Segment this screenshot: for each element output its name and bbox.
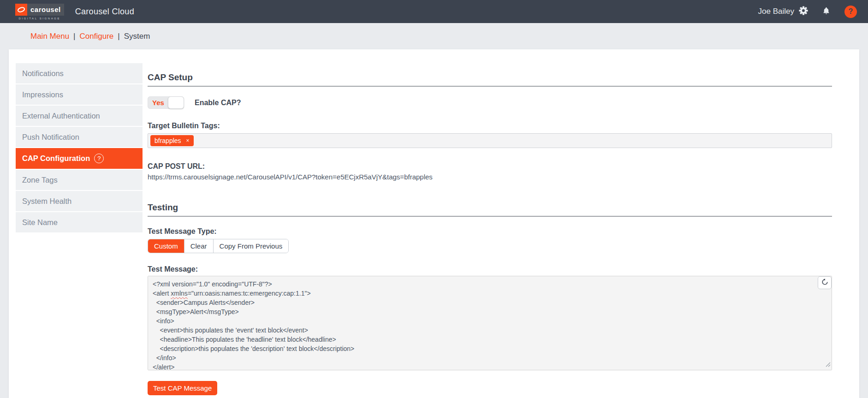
bell-icon: [822, 6, 831, 17]
help-circle-icon[interactable]: ?: [94, 154, 104, 163]
settings-card: Notifications Impressions External Authe…: [9, 49, 859, 398]
sidebar-item-external-authentication[interactable]: External Authentication: [16, 106, 143, 126]
settings-button[interactable]: [799, 6, 808, 17]
logo-wordmark: carousel: [27, 4, 64, 16]
toggle-knob[interactable]: [168, 96, 184, 109]
sidebar-item-label: Notifications: [22, 69, 64, 78]
breadcrumb-configure[interactable]: Configure: [80, 32, 114, 41]
tag-chip: bfrapples ×: [150, 135, 194, 146]
app-title: Carousel Cloud: [75, 7, 134, 17]
enable-cap-label: Enable CAP?: [195, 98, 241, 107]
notifications-button[interactable]: [822, 6, 831, 17]
help-button[interactable]: ?: [844, 6, 857, 18]
target-bulletin-tags-input[interactable]: bfrapples ×: [148, 133, 832, 148]
carousel-swirl-icon: [15, 4, 27, 16]
sidebar-item-push-notification[interactable]: Push Notification: [16, 127, 143, 147]
remove-tag-icon[interactable]: ×: [186, 137, 190, 144]
test-message-type-label: Test Message Type:: [148, 227, 832, 236]
sidebar-item-label: System Health: [22, 197, 71, 206]
test-type-custom-button[interactable]: Custom: [148, 239, 184, 253]
sidebar-item-impressions[interactable]: Impressions: [16, 84, 143, 105]
cap-post-url-label: CAP POST URL:: [148, 162, 832, 171]
breadcrumb: Main Menu | Configure | System: [30, 32, 150, 41]
test-message-input[interactable]: <?xml version="1.0" encoding="UTF-8"?> <…: [148, 276, 832, 370]
cap-post-url-value: https://trms.carouselsignage.net/Carouse…: [148, 173, 832, 181]
breadcrumb-separator: |: [118, 32, 119, 41]
page: carousel DIGITAL SIGNAGE Carousel Cloud …: [0, 0, 868, 398]
carousel-logo[interactable]: carousel DIGITAL SIGNAGE: [15, 4, 64, 20]
test-cap-message-button[interactable]: Test CAP Message: [148, 381, 217, 395]
target-bulletin-tags-label: Target Bulletin Tags:: [148, 121, 832, 130]
sidebar-item-site-name[interactable]: Site Name: [16, 212, 143, 232]
sidebar-item-label: Site Name: [22, 218, 58, 227]
top-header-bar: carousel DIGITAL SIGNAGE Carousel Cloud …: [0, 0, 868, 23]
undo-icon: [821, 279, 828, 287]
logo-tagline: DIGITAL SIGNAGE: [15, 17, 64, 20]
test-type-clear-button[interactable]: Clear: [184, 239, 214, 253]
test-message-type-group: Custom Clear Copy From Previous: [148, 239, 289, 253]
cap-setup-title: CAP Setup: [148, 72, 832, 87]
breadcrumb-bar: Main Menu | Configure | System: [0, 23, 868, 49]
breadcrumb-main-menu[interactable]: Main Menu: [30, 32, 69, 41]
sidebar-item-zone-tags[interactable]: Zone Tags: [16, 170, 143, 190]
sidebar-item-label: Push Notification: [22, 133, 79, 142]
sidebar-item-notifications[interactable]: Notifications: [16, 63, 143, 83]
tag-chip-label: bfrapples: [155, 137, 181, 144]
test-type-copy-from-previous-button[interactable]: Copy From Previous: [214, 239, 289, 253]
test-message-text: <?xml version="1.0" encoding="UTF-8"?> <…: [153, 280, 354, 370]
sidebar-item-cap-configuration[interactable]: CAP Configuration ?: [16, 148, 143, 169]
breadcrumb-separator: |: [73, 32, 75, 41]
testing-title: Testing: [148, 202, 832, 217]
gear-icon: [799, 6, 808, 17]
settings-sidebar: Notifications Impressions External Authe…: [16, 63, 143, 233]
enable-cap-toggle[interactable]: Yes: [148, 96, 184, 109]
resize-handle-icon[interactable]: [826, 361, 831, 369]
sidebar-item-label: Impressions: [22, 90, 63, 99]
user-name[interactable]: Joe Bailey: [758, 7, 794, 16]
test-message-wrap: <?xml version="1.0" encoding="UTF-8"?> <…: [148, 276, 832, 370]
enable-cap-row: Yes Enable CAP?: [148, 96, 832, 109]
sidebar-item-label: Zone Tags: [22, 176, 58, 184]
sidebar-item-system-health[interactable]: System Health: [16, 191, 143, 211]
toggle-value: Yes: [148, 96, 169, 109]
reset-message-button[interactable]: [818, 276, 832, 289]
breadcrumb-current: System: [124, 32, 150, 41]
test-message-label: Test Message:: [148, 265, 832, 273]
sidebar-item-label: External Authentication: [22, 112, 100, 120]
sidebar-item-label: CAP Configuration: [22, 154, 90, 163]
cap-configuration-panel: CAP Setup Yes Enable CAP? Target Bulleti…: [143, 49, 859, 395]
